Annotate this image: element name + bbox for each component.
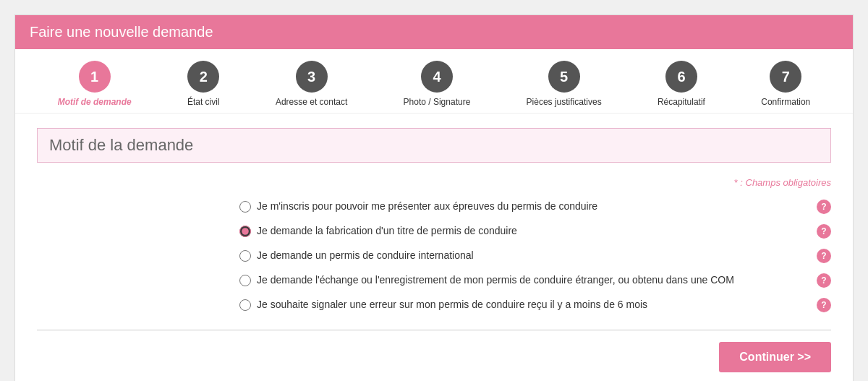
step-4[interactable]: 4 Photo / Signature [404,61,471,107]
option-label-2[interactable]: Je demande la fabrication d'un titre de … [257,224,808,239]
help-icon-1[interactable]: ? [817,200,831,214]
step-circle-2: 2 [187,61,219,93]
radio-opt3[interactable] [239,250,251,262]
step-circle-3: 3 [296,61,328,93]
radio-opt1[interactable] [239,201,251,213]
option-label-5[interactable]: Je souhaite signaler une erreur sur mon … [257,298,808,312]
page-header: Faire une nouvelle demande [15,15,853,49]
radio-opt2[interactable] [239,226,251,237]
step-5[interactable]: 5 Pièces justificatives [527,61,602,107]
divider [37,330,831,330]
step-label-6: Récapitulatif [658,97,705,107]
step-label-2: État civil [187,97,220,107]
step-label-5: Pièces justificatives [527,97,602,107]
step-label-3: Adresse et contact [276,97,347,107]
step-label-4: Photo / Signature [404,97,471,107]
section-title: Motif de la demande [37,128,831,163]
options-area: Je m'inscris pour pouvoir me présenter a… [37,200,831,312]
option-row-5: Je souhaite signaler une erreur sur mon … [239,298,831,312]
step-circle-1: 1 [79,61,111,93]
option-row-4: Je demande l'échange ou l'enregistrement… [239,273,831,288]
step-1[interactable]: 1 Motif de demande [58,61,132,107]
page-title: Faire une nouvelle demande [30,24,838,40]
step-circle-5: 5 [548,61,580,93]
option-row-2: Je demande la fabrication d'un titre de … [239,224,831,239]
step-6[interactable]: 6 Récapitulatif [658,61,705,107]
footer-row: Continuer >> [37,342,831,372]
step-2[interactable]: 2 État civil [187,61,220,107]
option-label-4[interactable]: Je demande l'échange ou l'enregistrement… [257,273,808,288]
step-label-7: Confirmation [761,97,810,107]
help-icon-5[interactable]: ? [817,298,831,312]
step-circle-7: 7 [770,61,801,93]
help-icon-3[interactable]: ? [817,249,831,263]
option-row-1: Je m'inscris pour pouvoir me présenter a… [239,200,831,214]
steps-bar: 1 Motif de demande 2 État civil 3 Adress… [15,49,853,114]
main-container: Faire une nouvelle demande 1 Motif de de… [14,14,854,381]
step-3[interactable]: 3 Adresse et contact [276,61,347,107]
option-row-3: Je demande un permis de conduire interna… [239,249,831,263]
content-area: Motif de la demande * : Champs obligatoi… [15,114,853,381]
step-7[interactable]: 7 Confirmation [761,61,810,107]
step-circle-6: 6 [665,61,697,93]
option-label-1[interactable]: Je m'inscris pour pouvoir me présenter a… [257,200,808,214]
continue-button[interactable]: Continuer >> [719,342,831,372]
radio-opt5[interactable] [239,299,251,311]
step-label-1: Motif de demande [58,97,132,107]
radio-opt4[interactable] [239,275,251,286]
mandatory-note: * : Champs obligatoires [37,177,831,188]
option-label-3[interactable]: Je demande un permis de conduire interna… [257,249,808,263]
help-icon-4[interactable]: ? [817,273,831,288]
help-icon-2[interactable]: ? [817,224,831,239]
step-circle-4: 4 [421,61,453,93]
